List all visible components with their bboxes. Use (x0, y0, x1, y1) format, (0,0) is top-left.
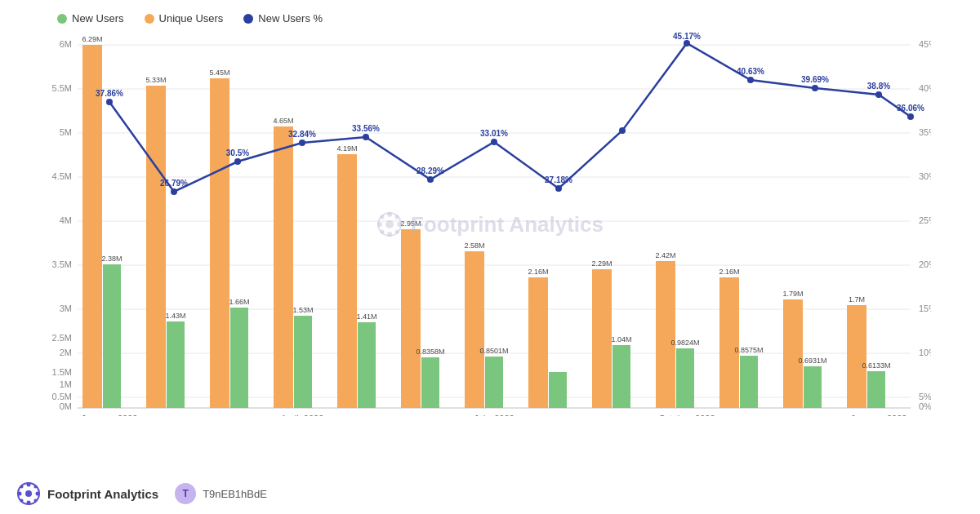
dot-jan22-pct (106, 99, 113, 105)
bar-new-apr22 (294, 316, 312, 408)
svg-text:38.8%: 38.8% (867, 82, 890, 91)
bar-new-feb22 (167, 321, 185, 408)
svg-text:6M: 6M (60, 39, 72, 49)
svg-text:45%: 45% (919, 39, 931, 49)
svg-text:2.95M: 2.95M (400, 219, 421, 228)
bar-new-may22 (358, 322, 376, 408)
svg-text:2.58M: 2.58M (464, 241, 484, 250)
svg-text:0.6931M: 0.6931M (798, 357, 826, 365)
svg-text:5.5M: 5.5M (52, 83, 72, 93)
footer: Footprint Analytics T T9nEB1hBdE (16, 481, 267, 506)
svg-text:2.29M: 2.29M (591, 259, 612, 268)
chart-area: 6M 5.5M 5M 4.5M 4M 3.5M 3M 2.5M 2M 1.5M … (49, 33, 931, 416)
new-users-label: New Users (72, 12, 124, 24)
svg-text:3M: 3M (60, 304, 72, 313)
bar-unique-feb22 (146, 86, 166, 408)
svg-text:0M: 0M (60, 401, 72, 411)
bar-new-dec22 (804, 366, 822, 408)
legend-new-users-pct: New Users % (243, 12, 323, 24)
svg-point-91 (27, 501, 31, 505)
brand-name: Footprint Analytics (47, 487, 158, 501)
svg-text:4.5M: 4.5M (52, 171, 72, 181)
bar-new-mar22 (230, 308, 248, 408)
svg-text:35%: 35% (919, 127, 931, 137)
svg-point-89 (25, 490, 32, 497)
dot-may22-pct (363, 134, 369, 140)
svg-text:4.19M: 4.19M (336, 144, 357, 153)
bar-new-oct22 (676, 348, 694, 408)
bar-new-sep22 (612, 345, 630, 408)
token-avatar: T (175, 483, 196, 504)
legend-new-users: New Users (57, 12, 124, 24)
chart-svg: 6M 5.5M 5M 4.5M 4M 3.5M 3M 2.5M 2M 1.5M … (49, 33, 931, 416)
svg-text:39.69%: 39.69% (801, 75, 829, 84)
bar-unique-sep22 (592, 269, 612, 408)
chart-legend: New Users Unique Users New Users % (49, 12, 931, 24)
svg-point-90 (27, 483, 31, 487)
new-users-pct-dot (243, 14, 253, 24)
token-info: T T9nEB1hBdE (175, 483, 267, 504)
bar-unique-nov22 (719, 277, 739, 408)
bar-unique-mar22 (210, 78, 229, 408)
svg-text:4.65M: 4.65M (273, 117, 293, 125)
new-users-pct-label: New Users % (258, 12, 323, 24)
svg-text:July, 2022: July, 2022 (474, 414, 514, 416)
svg-text:6.29M: 6.29M (82, 35, 102, 43)
svg-text:25%: 25% (919, 215, 931, 225)
svg-text:36.06%: 36.06% (897, 104, 924, 113)
unique-users-label: Unique Users (159, 12, 224, 24)
svg-text:2.16M: 2.16M (719, 268, 739, 276)
svg-text:40%: 40% (919, 83, 931, 93)
svg-text:37.86%: 37.86% (96, 89, 123, 98)
bar-new-jan23 (867, 371, 885, 408)
svg-text:45.17%: 45.17% (673, 33, 701, 41)
bar-unique-oct22 (656, 261, 675, 408)
svg-text:0.9824M: 0.9824M (670, 339, 699, 347)
svg-point-93 (36, 492, 40, 496)
svg-text:January, 2022: January, 2022 (82, 414, 138, 416)
dot-nov22-pct (747, 77, 754, 83)
bar-new-nov22 (740, 356, 758, 408)
svg-point-96 (20, 499, 24, 503)
legend-unique-users: Unique Users (145, 12, 224, 24)
bar-unique-apr22 (274, 126, 293, 408)
svg-text:0.6133M: 0.6133M (862, 361, 890, 370)
dot-sep22-pct (619, 127, 626, 134)
dot-dec22-pct (812, 85, 818, 91)
dot-feb22-pct (171, 188, 177, 195)
svg-text:1.43M: 1.43M (165, 312, 185, 320)
svg-text:2.38M: 2.38M (101, 255, 122, 263)
svg-text:15%: 15% (919, 304, 931, 313)
svg-text:27.18%: 27.18% (545, 175, 572, 184)
svg-text:2.42M: 2.42M (655, 251, 675, 259)
line-new-users-pct (109, 43, 911, 192)
svg-point-92 (18, 492, 22, 496)
svg-text:2M: 2M (60, 348, 72, 357)
chart-container: New Users Unique Users New Users % 6M 5.… (0, 0, 980, 514)
dot-jan23-pct (875, 91, 882, 98)
svg-text:1.04M: 1.04M (611, 335, 631, 343)
svg-text:0.8501M: 0.8501M (479, 347, 508, 355)
svg-text:33.56%: 33.56% (352, 124, 380, 133)
svg-text:4M: 4M (60, 215, 72, 225)
svg-text:10%: 10% (919, 348, 931, 357)
dot-jul22-pct (491, 139, 497, 145)
svg-point-94 (20, 485, 24, 489)
bar-unique-jan23 (847, 305, 866, 408)
svg-text:33.01%: 33.01% (480, 129, 508, 138)
svg-text:28.29%: 28.29% (416, 166, 444, 175)
svg-text:5.45M: 5.45M (209, 69, 229, 77)
brand-logo: Footprint Analytics (16, 481, 158, 506)
dot-jun22-pct (427, 176, 434, 183)
svg-text:1.66M: 1.66M (229, 298, 249, 306)
bar-new-jul22 (485, 357, 503, 408)
svg-text:January, 2023: January, 2023 (851, 414, 907, 416)
svg-text:April, 2022: April, 2022 (281, 414, 324, 416)
bar-new-aug22 (549, 372, 567, 408)
svg-text:1.53M: 1.53M (292, 306, 313, 314)
bar-unique-aug22 (528, 277, 548, 408)
dot-mar22-pct (234, 158, 241, 165)
svg-text:October, 2022: October, 2022 (658, 414, 715, 416)
brand-icon (16, 481, 41, 506)
svg-text:0.5M: 0.5M (52, 392, 72, 401)
